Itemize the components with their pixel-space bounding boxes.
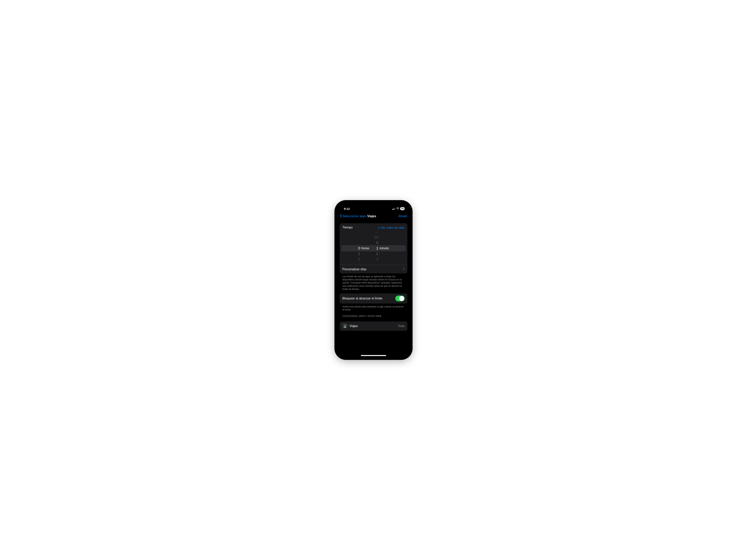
- hours-column[interactable]: 0 0 0 0 1 2 3 horas: [358, 232, 369, 265]
- chevron-right-icon: [403, 268, 405, 271]
- block-footer-text: Activa esta opción para bloquear la app …: [340, 303, 407, 311]
- content-scroll[interactable]: Tiempo 1 min, todos los días 0 0 0 0 1: [337, 220, 410, 354]
- categories-section: 🏝️ Viajes Todo: [340, 321, 407, 331]
- limits-footer-text: Los límites de uso de apps se aplicarán …: [340, 273, 407, 291]
- svg-rect-3: [395, 208, 395, 210]
- travel-category-icon: 🏝️: [342, 324, 347, 329]
- minutes-column[interactable]: 58 59 0 1 2 3 4 minuto: [374, 232, 389, 265]
- svg-rect-0: [392, 209, 393, 210]
- phone-frame: 9:12 76 Seleccionar apps Viajes: [335, 200, 412, 360]
- block-toggle[interactable]: [395, 296, 405, 301]
- customize-days-row[interactable]: Personalizar días: [340, 265, 407, 273]
- minutes-unit: minuto: [380, 246, 389, 250]
- hours-option: 2: [358, 257, 360, 262]
- category-value: Todo: [398, 324, 405, 328]
- status-time: 9:12: [344, 207, 350, 210]
- block-label: Bloquear al alcanzar el límite: [342, 297, 382, 300]
- minutes-option: 4: [376, 262, 378, 265]
- svg-rect-1: [393, 209, 393, 210]
- status-right: 76: [392, 207, 405, 210]
- back-button[interactable]: Seleccionar apps: [340, 214, 366, 218]
- minutes-option: 0: [376, 240, 378, 246]
- back-label: Seleccionar apps: [342, 214, 366, 218]
- hours-selected: 0: [358, 246, 360, 251]
- cellular-icon: [392, 207, 395, 210]
- block-section: Bloquear al alcanzar el límite: [340, 293, 407, 303]
- svg-rect-2: [394, 208, 394, 210]
- time-section: Tiempo 1 min, todos los días 0 0 0 0 1: [340, 223, 407, 273]
- minutes-option: 59: [374, 235, 378, 240]
- add-button[interactable]: Añadir: [398, 214, 407, 218]
- block-at-limit-row[interactable]: Bloquear al alcanzar el límite: [340, 293, 407, 303]
- time-picker[interactable]: 0 0 0 0 1 2 3 horas: [340, 232, 407, 265]
- chevron-left-icon: [340, 214, 342, 218]
- home-indicator[interactable]: [361, 355, 386, 356]
- minutes-option: 3: [376, 257, 378, 262]
- battery-level: 76: [400, 207, 405, 210]
- hours-unit: horas: [361, 246, 369, 250]
- minutes-selected: 1: [376, 246, 378, 251]
- screen: 9:12 76 Seleccionar apps Viajes: [337, 203, 410, 357]
- page-title: Viajes: [367, 214, 376, 218]
- minutes-option: 2: [376, 251, 378, 257]
- category-label: Viajes: [350, 324, 358, 328]
- category-row[interactable]: 🏝️ Viajes Todo: [340, 321, 407, 331]
- customize-days-label: Personalizar días: [342, 268, 366, 271]
- dynamic-island: [363, 205, 384, 211]
- toggle-knob: [399, 296, 404, 301]
- wifi-icon: [396, 207, 400, 210]
- nav-bar: Seleccionar apps Viajes Añadir: [337, 212, 410, 220]
- minutes-option: 58: [374, 232, 378, 235]
- categories-header: CATEGORÍAS, APPS Y SITIOS WEB: [340, 311, 407, 319]
- time-value: 1 min, todos los días: [378, 226, 405, 229]
- hours-option: 1: [358, 251, 360, 257]
- hours-option: 3: [358, 262, 360, 265]
- time-label: Tiempo: [342, 226, 353, 229]
- time-row[interactable]: Tiempo 1 min, todos los días: [340, 223, 407, 232]
